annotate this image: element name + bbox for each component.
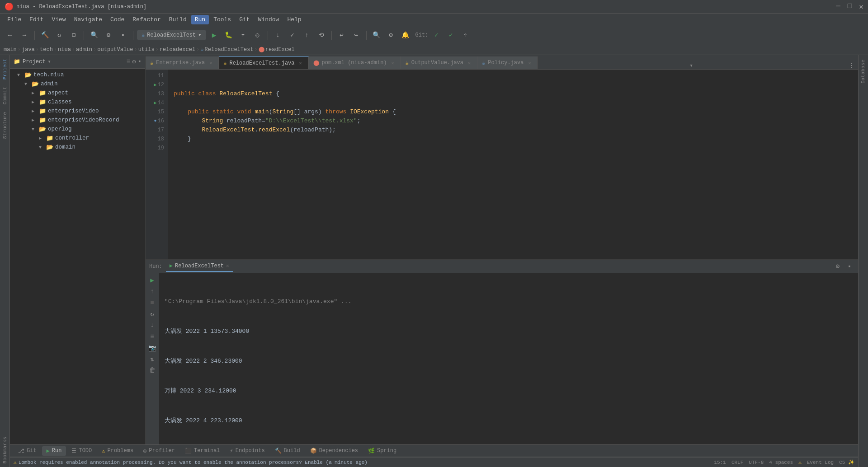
project-panel-toggle[interactable]: Project [0, 55, 9, 83]
tab-pom-close[interactable]: ✕ [390, 60, 396, 66]
run-tab-reloadexceltest[interactable]: ▶ ReloadExcelTest ✕ [166, 261, 233, 272]
hide-panel-button[interactable]: ▪ [138, 58, 142, 65]
tab-reloadexceltest-java[interactable]: ☕ ReloadExcelTest.java ✕ [219, 56, 308, 69]
menu-navigate[interactable]: Navigate [71, 15, 106, 24]
run-configuration[interactable]: ☕ ReloadExcelTest ▾ [137, 30, 206, 40]
notifications-button[interactable]: 🔔 [399, 29, 412, 42]
coverage-button[interactable]: ☂ [237, 29, 250, 42]
bottom-tab-git[interactable]: ⎇ Git [14, 446, 41, 456]
run-scroll-down-button[interactable]: ↓ [147, 320, 157, 330]
menu-edit[interactable]: Edit [26, 15, 47, 24]
tab-outputvalue-close[interactable]: ✕ [466, 60, 472, 66]
breadcrumb-main[interactable]: main [4, 47, 17, 53]
vcs-push-button[interactable]: ↑ [301, 29, 313, 42]
menu-help[interactable]: Help [283, 15, 305, 24]
bottom-tab-build[interactable]: 🔨 Build [270, 446, 305, 456]
run-tab-close[interactable]: ✕ [226, 263, 229, 269]
bottom-tab-profiler[interactable]: ◎ Profiler [139, 446, 179, 456]
menu-view[interactable]: View [48, 15, 69, 24]
status-encoding[interactable]: UTF-8 [749, 460, 764, 465]
run-clear-button[interactable]: 🗑 [147, 365, 157, 375]
menu-window[interactable]: Window [255, 15, 283, 24]
breadcrumb-java[interactable]: java [22, 47, 35, 53]
tab-overflow-button[interactable]: ▾ [686, 62, 697, 69]
status-position[interactable]: 15:1 [714, 460, 726, 465]
commit-panel-toggle[interactable]: Commit [0, 83, 9, 108]
run-stop-button[interactable]: ■ [147, 298, 157, 308]
tree-item-enterprise-video[interactable]: ▶ 📁 enterpriseVideo [10, 107, 145, 116]
bottom-tab-run[interactable]: ▶ Run [42, 446, 66, 456]
close-button[interactable]: ✕ [859, 2, 863, 11]
tree-item-enterprise-video-record[interactable]: ▶ 📁 enterpriseVideoRecord [10, 116, 145, 125]
breadcrumb-readexcel-icon[interactable]: ⬤ [259, 46, 264, 53]
run-sort-button[interactable]: ⇅ [147, 354, 157, 364]
bottom-tab-dependencies[interactable]: 📦 Dependencies [306, 446, 363, 456]
tab-outputvalue-java[interactable]: ☕ OutputValue.java ✕ [401, 56, 477, 69]
forward-button[interactable]: → [18, 29, 31, 42]
layout-button[interactable]: ⊟ [67, 29, 80, 42]
menu-code[interactable]: Code [107, 15, 128, 24]
bottom-tab-problems[interactable]: ⚠ Problems [97, 446, 138, 456]
menu-run[interactable]: Run [191, 15, 209, 24]
bookmarks-panel-toggle[interactable]: Bookmarks [0, 433, 9, 467]
tree-item-aspect[interactable]: ▶ 📁 aspect [10, 89, 145, 98]
tab-reloadexceltest-close[interactable]: ✕ [297, 60, 304, 66]
code-content[interactable]: public class ReloadExcelTest { public st… [168, 70, 858, 259]
run-filter-button[interactable]: ≡ [147, 332, 157, 341]
tree-item-tech-niua[interactable]: ▼ 📂 tech.niua [10, 70, 145, 79]
minimize-panel-button[interactable]: ▪ [117, 29, 129, 42]
breadcrumb-tech[interactable]: tech [40, 47, 53, 53]
git-fetch-button[interactable]: ⇑ [459, 29, 472, 42]
breadcrumb-reloadexcel[interactable]: reloadexcel [160, 47, 195, 53]
bottom-tab-terminal[interactable]: ⬛ Terminal [180, 446, 225, 456]
event-log-label[interactable]: Event Log [807, 460, 834, 465]
bottom-tab-spring[interactable]: 🌿 Spring [363, 446, 401, 456]
bottom-tab-todo[interactable]: ☰ TODO [67, 446, 96, 456]
menu-file[interactable]: File [4, 15, 25, 24]
vcs-update-button[interactable]: ↓ [272, 29, 284, 42]
tab-enterprise-java[interactable]: ☕ Enterprise.java ✕ [146, 56, 219, 69]
status-indent[interactable]: 4 spaces [769, 460, 793, 465]
settings-button[interactable]: ⚙ [102, 29, 115, 42]
structure-panel-toggle[interactable]: Structure [0, 108, 9, 142]
tree-item-admin[interactable]: ▼ 📂 admin [10, 79, 145, 89]
git-push-button[interactable]: ✓ [444, 29, 457, 42]
tab-settings-button[interactable]: ⋮ [845, 62, 858, 69]
undo-button[interactable]: ↩ [335, 29, 348, 42]
menu-tools[interactable]: Tools [210, 15, 235, 24]
collapse-all-button[interactable]: ≡ [127, 58, 130, 65]
maximize-button[interactable]: □ [848, 2, 852, 11]
profile-button[interactable]: ◎ [251, 29, 264, 42]
redo-button[interactable]: ↪ [350, 29, 363, 42]
run-play-button[interactable]: ▶ [147, 275, 157, 285]
run-gutter-12[interactable]: ▶ [154, 80, 157, 89]
tab-policy-close[interactable]: ✕ [526, 60, 533, 66]
gear-icon[interactable]: ⚙ [132, 58, 136, 65]
title-bar-controls[interactable]: ─ □ ✕ [836, 2, 863, 11]
breadcrumb-reloadexceltest-icon[interactable]: ☕ [200, 46, 203, 53]
git-check-button[interactable]: ✓ [430, 29, 443, 42]
vcs-commit-button[interactable]: ✓ [286, 29, 299, 42]
minimize-button[interactable]: ─ [836, 2, 840, 11]
run-screenshot-button[interactable]: 📷 [147, 343, 157, 353]
status-warning-text[interactable]: Lombok requires enabled annotation proce… [19, 460, 368, 465]
search-button[interactable]: 🔍 [88, 29, 100, 42]
run-close-button[interactable]: ▪ [844, 262, 854, 271]
run-rerun-button[interactable]: ↻ [147, 309, 157, 319]
debug-gutter-16[interactable]: ● [154, 117, 157, 126]
bottom-tab-endpoints[interactable]: ⚡ Endpoints [226, 446, 269, 456]
run-gutter-14[interactable]: ▶ [154, 98, 157, 107]
run-scroll-up-button[interactable]: ↑ [147, 286, 157, 296]
vcs-history-button[interactable]: ⟲ [315, 29, 328, 42]
breadcrumb-utils[interactable]: utils [138, 47, 155, 53]
breadcrumb-niua[interactable]: niua [58, 47, 71, 53]
tab-policy-java[interactable]: ☕ Policy.java ✕ [477, 56, 538, 69]
build-button[interactable]: 🔨 [38, 29, 51, 42]
preferences-button[interactable]: ⚙ [385, 29, 397, 42]
debug-button[interactable]: 🐛 [222, 29, 235, 42]
tab-enterprise-java-close[interactable]: ✕ [208, 60, 214, 66]
tree-item-operlog[interactable]: ▼ 📂 operlog [10, 125, 145, 134]
tree-item-controller[interactable]: ▶ 📁 controller [10, 134, 145, 143]
run-button[interactable]: ▶ [208, 29, 221, 42]
breadcrumb-admin[interactable]: admin [76, 47, 92, 53]
